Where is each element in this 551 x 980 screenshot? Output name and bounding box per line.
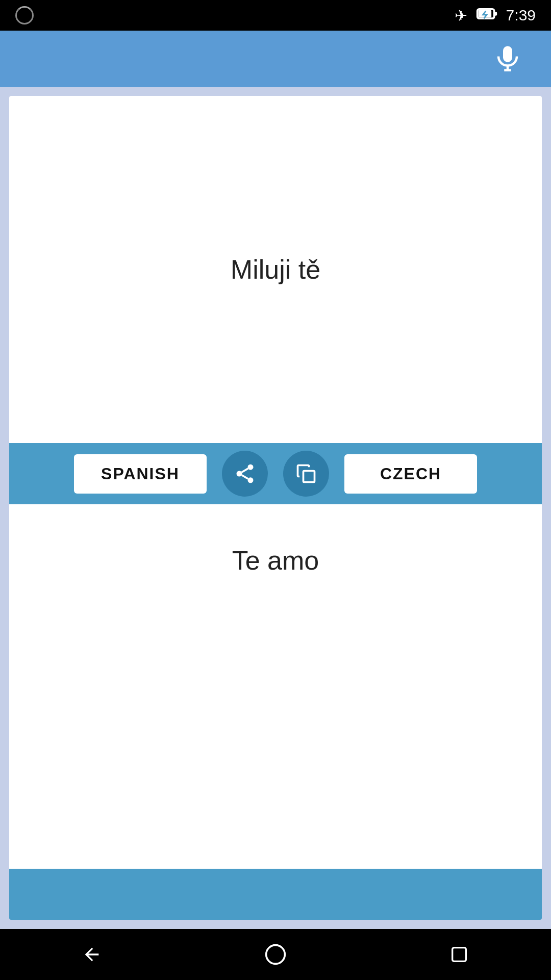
status-right: ✈ 7:39 <box>455 3 536 29</box>
bottom-translation-panel: Te amo <box>9 504 542 869</box>
status-bar: ✈ 7:39 <box>0 0 551 31</box>
svg-line-7 <box>242 469 248 472</box>
mic-button[interactable] <box>485 36 531 82</box>
source-language-button[interactable]: SPANISH <box>74 454 207 494</box>
time-display: 7:39 <box>506 7 536 24</box>
svg-rect-8 <box>304 471 315 482</box>
copy-button[interactable] <box>283 451 329 497</box>
back-button[interactable] <box>71 934 112 975</box>
top-translation-panel: Miluji tě <box>9 96 542 443</box>
recents-button[interactable] <box>439 934 480 975</box>
loading-icon <box>15 6 34 24</box>
main-content: Miluji tě SPANISH CZECH Te amo <box>0 87 551 929</box>
nav-bar <box>0 929 551 980</box>
share-button[interactable] <box>222 451 268 497</box>
svg-rect-10 <box>453 948 466 962</box>
source-text: Te amo <box>232 545 319 576</box>
bottom-bar <box>9 869 542 920</box>
svg-line-6 <box>242 475 248 479</box>
app-bar <box>0 31 551 87</box>
battery-icon <box>475 3 498 29</box>
translated-text: Miluji tě <box>231 254 320 285</box>
svg-point-3 <box>248 464 254 470</box>
airplane-icon: ✈ <box>455 7 467 24</box>
status-left <box>15 6 34 24</box>
home-button[interactable] <box>255 934 296 975</box>
svg-rect-1 <box>494 12 497 15</box>
svg-point-4 <box>237 471 242 477</box>
svg-point-9 <box>266 945 285 964</box>
svg-point-5 <box>248 477 254 483</box>
target-language-button[interactable]: CZECH <box>344 454 477 494</box>
language-bar: SPANISH CZECH <box>9 443 542 504</box>
